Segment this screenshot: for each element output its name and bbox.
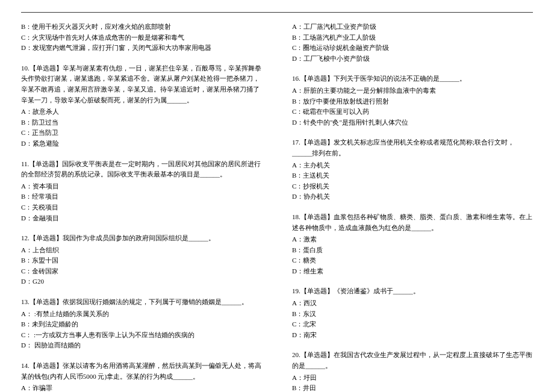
question-option: B：主送机关 xyxy=(292,170,533,181)
question-option: A：肝脏的主要功能之一是分解排除血液中的毒素 xyxy=(292,86,533,96)
question-option: B：工场蒸汽机产业工人阶级 xyxy=(292,33,533,43)
question-option: A：诈骗罪 xyxy=(21,383,262,392)
question-option: C： :一方或双方当事人患有医学上认为不应当结婚的疾病的 xyxy=(21,330,262,341)
question-option: C：圈地运动珍妮机金融资产阶级 xyxy=(292,43,533,54)
question-option: B：蛋白质 xyxy=(292,245,533,256)
question-stem: 20.【单选题】在我国古代农业生产发展过程中，从一定程度上直接破坏了生态平衡的是… xyxy=(292,350,533,371)
question-option: A：故意杀人 xyxy=(21,107,262,117)
right-question: 16.【单选题】下列关于医学知识的说法不正确的是______。A：肝脏的主要功能… xyxy=(292,73,533,128)
left-question: 12.【单选题】我国作为非成员国参加的政府间国际组织是______。A：上合组织… xyxy=(21,233,262,287)
question-option: C：北宋 xyxy=(292,319,533,330)
question-stem: 10.【单选题】辛某与谢某素有仇怨，一日，谢某拦住辛某，百般辱骂，辛某挥舞拳头作… xyxy=(21,63,262,105)
question-stem: 12.【单选题】我国作为非成员国参加的政府间国际组织是______。 xyxy=(21,233,262,244)
question-option: C：正当防卫 xyxy=(21,128,262,138)
right-question: 19.【单选题】《资治通鉴》成书于______。A：西汉B：东汉C：北宋D：南宋 xyxy=(292,286,533,340)
question-option: A：圩田 xyxy=(292,373,533,384)
right-question: 18.【单选题】血浆包括各种矿物质、糖类、脂类、蛋白质、激素和维生素等。在上述各… xyxy=(292,212,533,277)
question-option: C：砒霜在中医里可以入药 xyxy=(292,107,533,117)
question-stem: 11.【单选题】国际收支平衡表是在一定时期内，一国居民对其他国家的居民所进行的全… xyxy=(21,159,262,180)
question-option: B：防卫过当 xyxy=(21,117,262,128)
right-question: 17.【单选题】发文机关标志应当使用机关全称或者规范化简称;联合行文时，____… xyxy=(292,137,533,202)
question-option: A：西汉 xyxy=(292,298,533,309)
question-option: D：协办机关 xyxy=(292,191,533,202)
left-question: 11.【单选题】国际收支平衡表是在一定时期内，一国居民对其他国家的居民所进行的全… xyxy=(21,159,262,224)
question-stem: 19.【单选题】《资治通鉴》成书于______。 xyxy=(292,286,533,297)
question-stem: 18.【单选题】血浆包括各种矿物质、糖类、脂类、蛋白质、激素和维生素等。在上述各… xyxy=(292,212,533,233)
question-option: D：金融项目 xyxy=(21,213,262,224)
content-columns: B：使用干粉灭火器灭火时，应对准火焰的底部喷射C：火灾现场中首先对人体造成危害的… xyxy=(21,22,533,392)
left-question: 14.【单选题】张某以请客为名用酒将高某灌醉，然后扶高某到一偏僻无人处，将高某的… xyxy=(21,361,262,392)
right-question: 20.【单选题】在我国古代农业生产发展过程中，从一定程度上直接破坏了生态平衡的是… xyxy=(292,350,533,392)
question-option: A：资本项目 xyxy=(21,181,262,192)
question-option: C：火灾现场中首先对人体造成危害的一般是烟雾和毒气 xyxy=(21,33,262,43)
top-divider xyxy=(21,12,533,13)
left-question: B：使用干粉灭火器灭火时，应对准火焰的底部喷射C：火灾现场中首先对人体造成危害的… xyxy=(21,22,262,54)
right-question: A：工厂蒸汽机工业资产阶级B：工场蒸汽机产业工人阶级C：圈地运动珍妮机金融资产阶… xyxy=(292,22,533,64)
left-question: 13.【单选题】依据我国现行婚姻法的规定，下列属于可撤销的婚姻是______。A… xyxy=(21,297,262,351)
question-option: C：糖类 xyxy=(292,255,533,266)
question-option: D：G20 xyxy=(21,276,262,287)
question-option: B：放疗中要使用放射线进行照射 xyxy=(292,96,533,107)
question-option: D：发现室内燃气泄漏，应打开门窗，关闭气源和大功率家用电器 xyxy=(21,43,262,54)
question-option: C：金砖国家 xyxy=(21,266,262,277)
question-option: A：主办机关 xyxy=(292,160,533,171)
right-column: A：工厂蒸汽机工业资产阶级B：工场蒸汽机产业工人阶级C：圈地运动珍妮机金融资产阶… xyxy=(292,22,533,392)
question-stem: 17.【单选题】发文机关标志应当使用机关全称或者规范化简称;联合行文时，____… xyxy=(292,137,533,158)
question-option: D：南宋 xyxy=(292,330,533,341)
left-question: 10.【单选题】辛某与谢某素有仇怨，一日，谢某拦住辛某，百般辱骂，辛某挥舞拳头作… xyxy=(21,63,262,149)
question-option: B：使用干粉灭火器灭火时，应对准火焰的底部喷射 xyxy=(21,22,262,33)
question-option: C：关税项目 xyxy=(21,202,262,213)
question-option: A：激素 xyxy=(292,234,533,245)
question-option: B：未到法定婚龄的 xyxy=(21,319,262,330)
question-stem: 13.【单选题】依据我国现行婚姻法的规定，下列属于可撤销的婚姻是______。 xyxy=(21,297,262,308)
question-stem: 16.【单选题】下列关于医学知识的说法不正确的是______。 xyxy=(292,73,533,84)
question-option: D： 因胁迫而结婚的 xyxy=(21,340,262,351)
question-option: A： :有禁止结婚的亲属关系的 xyxy=(21,309,262,320)
question-option: D：针灸中的"灸"是指用针扎刺人体穴位 xyxy=(292,117,533,128)
question-option: A：工厂蒸汽机工业资产阶级 xyxy=(292,22,533,33)
question-option: A：上合组织 xyxy=(21,245,262,256)
question-option: B：东盟十国 xyxy=(21,255,262,266)
question-stem: 14.【单选题】张某以请客为名用酒将高某灌醉，然后扶高某到一偏僻无人处，将高某的… xyxy=(21,361,262,382)
question-option: C：抄报机关 xyxy=(292,181,533,192)
question-option: B：井田 xyxy=(292,383,533,392)
question-option: B：经常项目 xyxy=(21,191,262,202)
question-option: D：工厂飞梭中小资产阶级 xyxy=(292,54,533,64)
question-option: D：紧急避险 xyxy=(21,138,262,149)
left-column: B：使用干粉灭火器灭火时，应对准火焰的底部喷射C：火灾现场中首先对人体造成危害的… xyxy=(21,22,262,392)
question-option: B：东汉 xyxy=(292,309,533,320)
question-option: D：维生素 xyxy=(292,266,533,277)
